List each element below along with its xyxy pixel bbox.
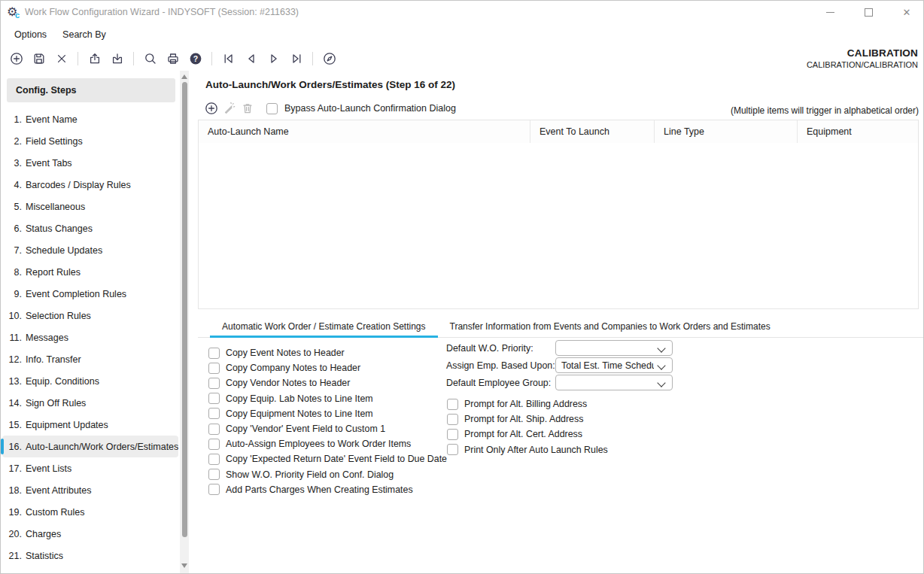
splitter-handle[interactable] [190,317,198,330]
search-icon[interactable] [141,49,160,68]
sidebar-item-step-17[interactable]: 17.Event Lists [2,457,178,479]
sidebar-item-step-21[interactable]: 21.Statistics [2,545,178,566]
prompt-setting-0-checkbox[interactable] [447,399,458,410]
toolbar-separator [312,52,313,65]
prompt-setting-1-checkbox[interactable] [447,414,458,425]
menubar: Options Search By [1,23,923,46]
field-dropdown-1[interactable]: Total Est. Time Scheduled [555,357,673,373]
prompt-setting-3-checkbox[interactable] [447,444,458,455]
toolbar-separator [78,52,78,65]
prompt-setting-3-row: Print Only After Auto Launch Rules [447,442,608,457]
scrollbar-thumb[interactable] [182,82,187,537]
field-dropdown-2[interactable] [555,375,673,390]
tab-1[interactable]: Transfer Information from Events and Com… [438,315,783,337]
creation-setting-8-checkbox[interactable] [208,469,220,480]
sidebar-item-step-8[interactable]: 8.Report Rules [2,261,178,283]
close-icon[interactable]: ✕ [890,1,923,23]
sidebar-item-step-18[interactable]: 18.Event Attributes [2,479,178,501]
edit-auto-launch-icon[interactable] [220,99,239,117]
table-body[interactable] [199,143,918,308]
prompt-setting-2-checkbox[interactable] [447,429,458,440]
print-icon[interactable] [163,49,182,68]
step-number: 1. [2,114,22,125]
sidebar-item-step-15[interactable]: 15.Equipment Updates [2,414,178,436]
sidebar-item-step-3[interactable]: 3.Event Tabs [2,152,178,174]
next-record-icon[interactable] [264,49,283,68]
column-header-1[interactable]: Event To Launch [530,120,655,143]
bypass-confirmation-checkbox[interactable] [266,103,278,114]
step-number: 4. [2,180,22,190]
step-number: 8. [2,267,22,278]
sidebar-item-step-16[interactable]: 16.Auto-Launch/Work Orders/Estimates [2,436,178,457]
help-icon[interactable]: ? [186,49,205,68]
prompt-setting-0-label: Prompt for Alt. Billing Address [464,399,587,409]
sidebar-item-step-12[interactable]: 12.Info. Transfer [2,348,178,370]
scroll-down-icon[interactable] [181,563,187,568]
menu-options[interactable]: Options [14,29,47,40]
add-icon[interactable] [7,49,26,68]
previous-record-icon[interactable] [242,49,260,68]
first-record-icon[interactable] [219,49,238,68]
compass-icon[interactable] [320,49,339,68]
add-auto-launch-icon[interactable] [202,99,220,117]
step-number: 10. [2,311,22,321]
step-number: 5. [2,202,22,212]
field-label-1: Assign Emp. Based Upon: [446,360,555,371]
tab-0[interactable]: Automatic Work Order / Estimate Creation… [210,315,438,337]
sidebar-item-step-14[interactable]: 14.Sign Off Rules [2,392,178,414]
step-label: Equip. Conditions [26,376,99,387]
creation-setting-9-checkbox[interactable] [208,484,220,495]
minimize-icon[interactable] [813,1,846,23]
creation-setting-7-label: Copy 'Expected Return Date' Event Field … [226,454,447,464]
sidebar-item-step-10[interactable]: 10.Selection Rules [2,305,178,326]
sidebar-item-step-7[interactable]: 7.Schedule Updates [2,239,178,261]
sidebar-item-step-19[interactable]: 19.Custom Rules [2,501,178,523]
last-record-icon[interactable] [287,49,305,68]
svg-text:?: ? [193,53,197,62]
chevron-down-icon [657,378,665,387]
sidebar-item-step-2[interactable]: 2.Field Settings [2,130,178,152]
creation-setting-5-checkbox[interactable] [208,424,220,435]
sidebar-item-step-9[interactable]: 9.Event Completion Rules [2,283,178,305]
field-dropdown-0[interactable] [555,340,673,356]
creation-setting-2-checkbox[interactable] [208,378,220,389]
sidebar-item-step-4[interactable]: 4.Barcodes / Display Rules [2,174,178,196]
sidebar-scrollbar[interactable] [180,71,189,573]
creation-setting-3-checkbox[interactable] [208,393,220,404]
import-icon[interactable] [108,49,126,68]
field-row-2: Default Employee Group: [446,374,673,391]
sidebar-item-step-6[interactable]: 6.Status Changes [2,217,178,239]
table-header-row: Auto-Launch NameEvent To LaunchLine Type… [199,120,918,144]
sidebar-item-step-11[interactable]: 11.Messages [2,326,178,348]
step-number: 9. [2,289,22,299]
creation-setting-1-checkbox[interactable] [208,363,220,374]
creation-setting-6-label: Auto-Assign Employees to Work Order Item… [226,439,411,449]
column-header-0[interactable]: Auto-Launch Name [199,120,530,143]
sidebar-item-step-13[interactable]: 13.Equip. Conditions [2,370,178,392]
sidebar-item-step-5[interactable]: 5.Miscellaneous [2,196,178,217]
column-header-2[interactable]: Line Type [655,120,798,143]
maximize-icon[interactable] [852,1,885,23]
creation-setting-1-row: Copy Company Notes to Header [208,360,447,375]
settings-tabstrip: Automatic Work Order / Estimate Creation… [198,315,923,338]
creation-setting-6-row: Auto-Assign Employees to Work Order Item… [208,436,447,451]
creation-setting-6-checkbox[interactable] [208,439,220,450]
chevron-down-icon [657,361,665,369]
dropdown-value: Total Est. Time Scheduled [561,360,654,371]
save-icon[interactable] [29,49,48,68]
delete-icon[interactable] [52,49,71,68]
step-number: 3. [2,158,22,169]
step-label: Statistics [26,551,63,561]
creation-setting-4-checkbox[interactable] [208,408,220,419]
creation-setting-0-checkbox[interactable] [208,348,220,359]
menu-search-by[interactable]: Search By [62,29,106,40]
prompt-setting-3-label: Print Only After Auto Launch Rules [464,445,608,455]
scroll-up-icon[interactable] [181,74,187,79]
sidebar-item-step-1[interactable]: 1.Event Name [2,108,178,130]
step-label: Event Attributes [26,485,92,496]
export-icon[interactable] [85,49,104,68]
creation-setting-7-checkbox[interactable] [208,454,220,465]
delete-auto-launch-icon[interactable] [239,99,257,117]
sidebar-item-step-20[interactable]: 20.Charges [2,523,178,545]
column-header-3[interactable]: Equipment [798,120,918,143]
